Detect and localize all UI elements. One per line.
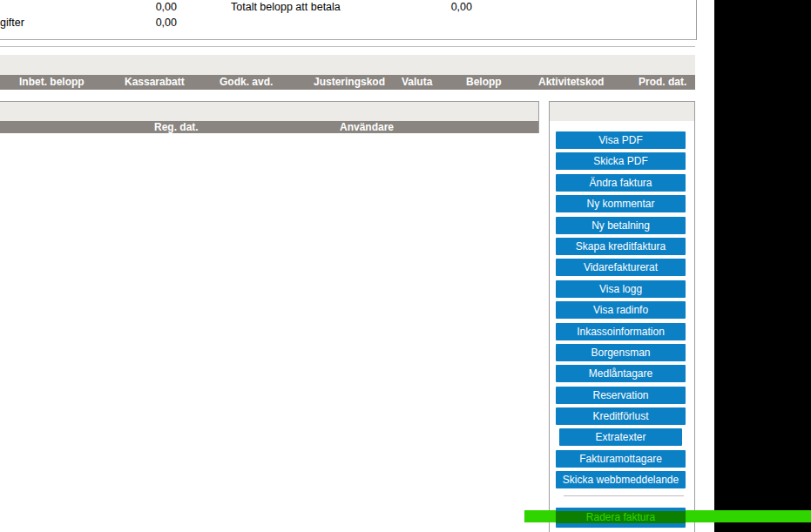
column-header-reg-dat: Reg. dat. <box>154 121 199 133</box>
action-button-ändra-faktura[interactable]: Ändra faktura <box>556 174 686 192</box>
payments-table-header: Inbet. belopp Kassarabatt Godk. avd. Jus… <box>0 75 695 90</box>
delete-invoice-button[interactable]: Radera faktura <box>556 508 686 528</box>
action-button-skicka-webbmeddelande[interactable]: Skicka webbmeddelande <box>556 471 686 488</box>
summary-value-total: 0,00 <box>400 1 472 14</box>
action-button-reservation[interactable]: Reservation <box>556 387 686 404</box>
payments-section: Inbet. belopp Kassarabatt Godk. avd. Jus… <box>0 46 695 90</box>
action-button-medlåntagare[interactable]: Medlåntagare <box>556 365 686 382</box>
column-header-prod-dat: Prod. dat. <box>639 76 686 89</box>
action-button-borgensman[interactable]: Borgensman <box>556 344 686 361</box>
column-header-justeringskod: Justeringskod <box>314 76 385 89</box>
action-button-skicka-pdf[interactable]: Skicka PDF <box>556 152 686 170</box>
column-header-aktivitetskod: Aktivitetskod <box>538 76 604 89</box>
action-button-fakturamottagare[interactable]: Fakturamottagare <box>556 450 686 468</box>
column-header-kassarabatt: Kassarabatt <box>125 76 185 89</box>
column-header-valuta: Valuta <box>402 76 432 89</box>
delete-button-highlight: Radera faktura <box>556 511 686 523</box>
button-group-divider <box>564 495 684 496</box>
actions-panel: Visa PDFSkicka PDFÄndra fakturaNy kommen… <box>549 101 695 532</box>
action-button-kreditförlust[interactable]: Kreditförlust <box>556 407 686 425</box>
summary-panel: 0,00 Totalt belopp att betala 0,00 gifte… <box>0 0 697 40</box>
delete-button-label: Radera faktura <box>586 511 655 523</box>
log-table-header: Reg. dat. Användare <box>0 121 538 133</box>
summary-label-fees: gifter <box>0 17 24 30</box>
action-button-ny-kommentar[interactable]: Ny kommentar <box>556 195 686 212</box>
action-button-inkassoinformation[interactable]: Inkassoinformation <box>556 323 686 340</box>
column-header-belopp: Belopp <box>466 76 502 89</box>
action-button-list: Visa PDFSkicka PDFÄndra fakturaNy kommen… <box>556 131 686 493</box>
log-panel: Reg. dat. Användare <box>0 101 539 133</box>
column-header-godk-avd: Godk. avd. <box>220 76 273 89</box>
action-button-skapa-kreditfaktura[interactable]: Skapa kreditfaktura <box>556 238 686 255</box>
column-header-anvandare: Användare <box>340 121 394 133</box>
action-button-visa-pdf[interactable]: Visa PDF <box>556 131 686 149</box>
log-panel-strip <box>0 102 538 121</box>
screen-mask <box>714 0 811 532</box>
column-header-inbet-belopp: Inbet. belopp <box>19 76 84 89</box>
action-button-visa-radinfo[interactable]: Visa radinfo <box>556 301 686 319</box>
action-button-ny-betalning[interactable]: Ny betalning <box>556 217 686 234</box>
payments-section-spacer <box>0 47 695 55</box>
action-button-visa-logg[interactable]: Visa logg <box>556 280 686 298</box>
action-button-extratexter[interactable]: Extratexter <box>559 428 682 446</box>
summary-value-1: 0,00 <box>105 1 177 14</box>
invoice-detail-screen: 0,00 Totalt belopp att betala 0,00 gifte… <box>0 0 811 532</box>
payments-toolbar-strip <box>0 55 695 75</box>
action-button-vidarefakturerat[interactable]: Vidarefakturerat <box>556 259 686 276</box>
actions-panel-strip <box>550 102 694 121</box>
summary-value-fees: 0,00 <box>105 17 177 30</box>
summary-label-total: Totalt belopp att betala <box>231 1 341 14</box>
